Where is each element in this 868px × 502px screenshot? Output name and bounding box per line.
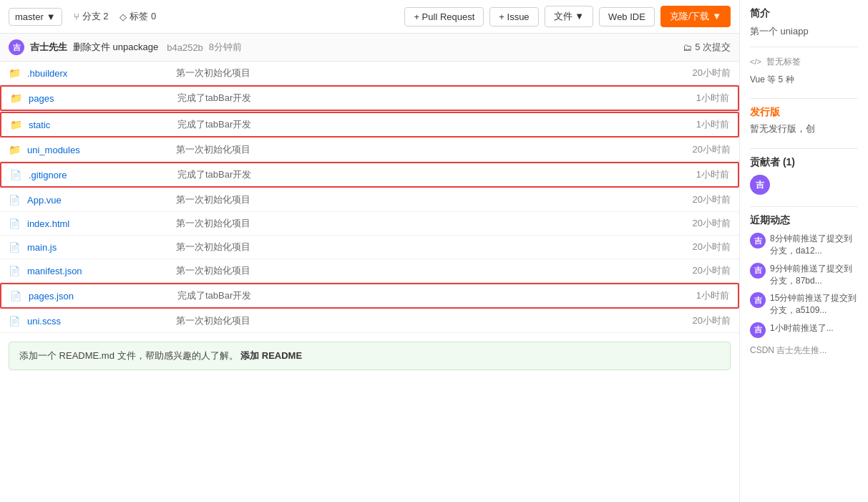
file-button[interactable]: 文件 ▼: [545, 6, 594, 27]
activity-text: 9分钟前推送了提交到分支，87bd...: [770, 263, 858, 287]
activity-text: 1小时前推送了...: [770, 322, 834, 334]
list-item: 吉15分钟前推送了提交到分支，a5109...: [750, 292, 858, 317]
file-name[interactable]: manifest.json: [27, 266, 156, 276]
tag-count: 标签 0: [130, 10, 156, 23]
activity-text: 15分钟前推送了提交到分支，a5109...: [770, 292, 858, 317]
intro-section: 简介 第一个 uniapp </> 暂无标签 Vue 等 5 种: [750, 7, 858, 87]
commit-author[interactable]: 吉士先生: [30, 41, 67, 54]
file-commit-message: 完成了tabBar开发: [163, 92, 666, 105]
file-time: 20小时前: [673, 67, 731, 79]
file-commit-message: 完成了tabBar开发: [163, 289, 666, 302]
csdn-label: CSDN 吉士先生推...: [750, 344, 858, 357]
folder-icon: 📁: [10, 119, 23, 130]
file-time: 20小时前: [673, 314, 731, 327]
release-title: 发行版: [750, 106, 858, 119]
file-name[interactable]: App.vue: [27, 195, 156, 206]
intro-text: 第一个 uniapp: [750, 24, 858, 39]
tag-icon: ◇: [120, 11, 127, 22]
table-row: 📄App.vue第一次初始化项目20小时前: [0, 188, 739, 212]
tag-icon-sidebar: </>: [750, 57, 761, 66]
file-commit-message: 完成了tabBar开发: [163, 168, 666, 181]
no-tag-label: </> 暂无标签: [750, 54, 858, 69]
table-row: 📄index.html第一次初始化项目20小时前: [0, 212, 739, 236]
file-commit-message: 第一次初始化项目: [162, 264, 668, 277]
file-icon: 📄: [9, 195, 21, 206]
release-section: 发行版 暂无发行版，创: [750, 106, 858, 137]
file-name[interactable]: pages: [29, 93, 157, 104]
folder-icon: 📁: [9, 144, 21, 155]
clone-button[interactable]: 克隆/下载 ▼: [660, 6, 731, 27]
file-icon: 📄: [9, 242, 21, 253]
activity-avatar: 吉: [750, 233, 766, 248]
file-commit-message: 第一次初始化项目: [162, 143, 668, 156]
activity-avatar: 吉: [750, 263, 766, 279]
file-name[interactable]: pages.json: [29, 291, 157, 301]
list-item: 吉8分钟前推送了提交到分支，da12...: [750, 233, 858, 257]
file-icon: 📄: [9, 218, 21, 229]
file-icon: 📄: [10, 291, 23, 301]
vue-label: Vue 等 5 种: [750, 72, 858, 87]
file-name[interactable]: index.html: [27, 218, 156, 229]
issue-button[interactable]: + Issue: [489, 7, 538, 26]
file-icon: 📄: [10, 170, 23, 180]
table-row: 📄uni.scss第一次初始化项目20小时前: [0, 309, 739, 333]
activity-text: 8分钟前推送了提交到分支，da12...: [770, 233, 858, 257]
folder-icon: 📁: [10, 92, 23, 104]
file-name[interactable]: .gitignore: [29, 170, 157, 180]
file-time: 20小时前: [673, 193, 731, 206]
file-commit-message: 第一次初始化项目: [162, 241, 668, 254]
commit-count: 🗂 5 次提交: [683, 41, 731, 54]
table-row: 📄pages.json完成了tabBar开发1小时前: [0, 283, 739, 309]
activity-avatar: 吉: [750, 292, 766, 308]
file-time: 1小时前: [672, 289, 729, 302]
toolbar: master ▼ ⑂ 分支 2 ◇ 标签 0 + Pull Request + …: [0, 0, 739, 34]
activity-list: 吉8分钟前推送了提交到分支，da12...吉9分钟前推送了提交到分支，87bd.…: [750, 233, 858, 338]
file-name[interactable]: main.js: [27, 242, 156, 253]
branch-label: master: [15, 11, 44, 22]
branch-select[interactable]: master ▼: [9, 8, 62, 26]
pull-request-button[interactable]: + Pull Request: [404, 7, 484, 26]
table-row: 📁.hbuilderx第一次初始化项目20小时前: [0, 62, 739, 85]
list-item: 吉9分钟前推送了提交到分支，87bd...: [750, 263, 858, 287]
file-name[interactable]: static: [29, 120, 157, 130]
file-caret-icon: ▼: [575, 11, 584, 21]
add-readme-link[interactable]: 添加 README: [240, 350, 302, 361]
table-row: 📁uni_modules第一次初始化项目20小时前: [0, 138, 739, 162]
branch-count: 分支 2: [82, 10, 109, 23]
list-item: 吉1小时前推送了...: [750, 322, 858, 338]
contributor-avatar[interactable]: 吉: [750, 175, 770, 195]
branch-icon: ⑂: [74, 11, 79, 22]
file-name[interactable]: .hbuilderx: [27, 68, 156, 79]
commit-bar: 吉 吉士先生 删除文件 unpackage b4a252b 8分钟前 🗂 5 次…: [0, 34, 739, 62]
web-ide-button[interactable]: Web IDE: [599, 7, 655, 26]
file-icon: 📄: [9, 266, 21, 276]
file-commit-message: 第一次初始化项目: [162, 217, 668, 230]
file-commit-message: 第一次初始化项目: [162, 193, 668, 206]
file-time: 1小时前: [672, 168, 729, 181]
file-commit-message: 第一次初始化项目: [162, 314, 668, 327]
table-row: 📁pages完成了tabBar开发1小时前: [0, 85, 739, 111]
folder-icon: 📁: [9, 67, 21, 79]
tag-stat: ◇ 标签 0: [120, 10, 156, 23]
file-time: 20小时前: [673, 217, 731, 230]
contributors-title: 贡献者 (1): [750, 156, 858, 169]
file-name[interactable]: uni_modules: [27, 145, 156, 155]
release-text: 暂无发行版，创: [750, 122, 858, 137]
file-name[interactable]: uni.scss: [27, 316, 156, 327]
file-list: 📁.hbuilderx第一次初始化项目20小时前📁pages完成了tabBar开…: [0, 62, 739, 333]
file-commit-message: 第一次初始化项目: [162, 67, 668, 79]
table-row: 📁static完成了tabBar开发1小时前: [0, 112, 739, 137]
commit-hash: b4a252b: [167, 42, 203, 53]
commit-count-label: 5 次提交: [695, 41, 731, 54]
recent-activity-title: 近期动态: [750, 214, 858, 227]
file-time: 1小时前: [672, 92, 729, 105]
clone-caret-icon: ▼: [712, 11, 721, 21]
commit-avatar: 吉: [9, 39, 24, 55]
table-row: 📄.gitignore完成了tabBar开发1小时前: [0, 162, 739, 188]
intro-title: 简介: [750, 7, 858, 20]
file-time: 20小时前: [673, 264, 731, 277]
commit-count-icon: 🗂: [683, 42, 692, 53]
readme-notice: 添加一个 README.md 文件，帮助感兴趣的人了解。 添加 README: [9, 342, 731, 370]
contributors-section: 贡献者 (1) 吉: [750, 156, 858, 195]
commit-time: 8分钟前: [209, 41, 242, 54]
